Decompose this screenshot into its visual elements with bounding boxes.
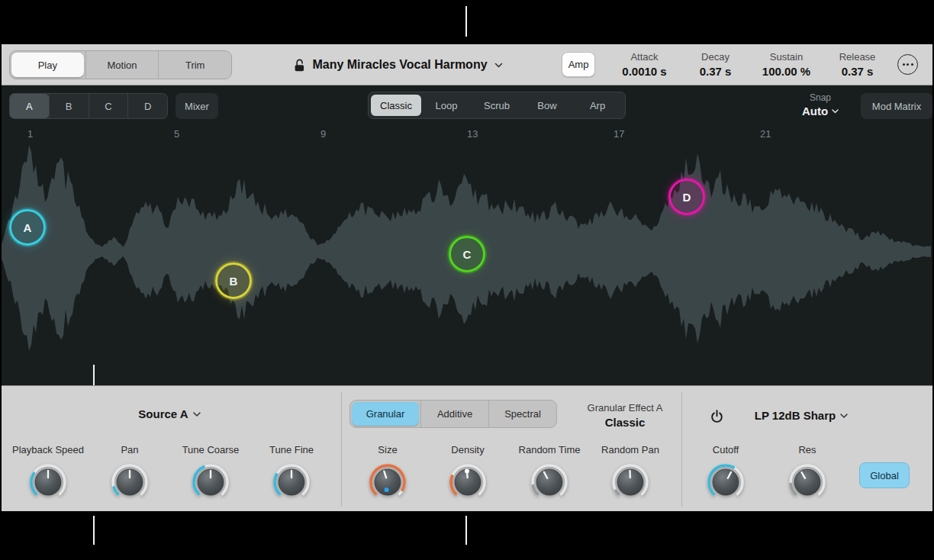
source-select-label: Source A <box>138 407 188 420</box>
snap-label: Snap <box>789 92 852 104</box>
mode-tab-arp[interactable]: Arp <box>572 95 623 116</box>
ruler-label-5: 5 <box>174 128 179 140</box>
chevron-down-icon <box>193 412 201 417</box>
synthesis-mode-tabs: Granular Additive Spectral <box>349 400 557 428</box>
callout-line-bottom-left <box>93 516 95 545</box>
release-value[interactable]: 0.37 s <box>822 63 893 79</box>
source-tabs: A B C D <box>9 93 168 119</box>
random-time-knob[interactable] <box>527 460 572 504</box>
mode-tab-classic[interactable]: Classic <box>371 95 421 116</box>
knob-label: Tune Coarse <box>169 444 253 458</box>
mixer-button[interactable]: Mixer <box>176 93 218 119</box>
envelope-params: Attack 0.0010 s Decay 0.37 s Sustain 100… <box>609 50 893 81</box>
sample-alchemy-window: Play Motion Trim Many Miracles Vocal Har… <box>0 0 934 560</box>
knob-random-pan: Random Pan <box>588 444 672 507</box>
divider <box>681 392 682 507</box>
source-tab-a[interactable]: A <box>10 94 49 118</box>
envelope-param-decay: Decay 0.37 s <box>680 50 751 81</box>
tune-fine-knob[interactable] <box>269 460 314 504</box>
global-button[interactable]: Global <box>859 462 910 488</box>
knob-pan: Pan <box>88 444 172 507</box>
knob-label: Random Pan <box>588 444 672 458</box>
ruler-label-21: 21 <box>760 128 771 140</box>
source-tab-c[interactable]: C <box>89 94 128 118</box>
filter-type-select[interactable]: LP 12dB Sharp <box>736 409 867 422</box>
knob-label: Res <box>765 444 849 458</box>
release-label: Release <box>822 50 893 63</box>
knob-density: Density <box>426 444 510 507</box>
knob-label: Pan <box>88 444 172 458</box>
snap-control[interactable]: Snap Auto <box>789 92 852 119</box>
lock-open-icon <box>294 59 305 72</box>
divider <box>341 392 342 507</box>
handle-d[interactable]: D <box>668 179 705 215</box>
playback-speed-knob[interactable] <box>26 460 70 504</box>
play-mode-tabs: Classic Loop Scrub Bow Arp <box>368 92 626 119</box>
pan-knob[interactable] <box>108 460 152 504</box>
handle-a[interactable]: A <box>9 209 46 246</box>
density-knob[interactable] <box>446 460 490 504</box>
synth-tab-additive[interactable]: Additive <box>420 401 488 427</box>
ruler-label-9: 9 <box>320 128 326 140</box>
mode-tab-bow[interactable]: Bow <box>522 95 572 116</box>
power-icon <box>710 409 724 423</box>
chevron-down-icon <box>840 414 848 418</box>
synth-tab-spectral[interactable]: Spectral <box>488 401 556 427</box>
chevron-down-icon <box>832 109 839 114</box>
waveform-display: A B C D Mixer Classic Loop Scrub Bow Arp… <box>2 85 932 385</box>
chevron-down-icon <box>494 63 503 68</box>
callout-line-bottom-center <box>465 516 467 545</box>
tab-trim[interactable]: Trim <box>158 51 231 79</box>
sustain-label: Sustain <box>751 50 822 63</box>
ruler-label-13: 13 <box>467 128 478 140</box>
knob-tune-fine: Tune Fine <box>250 444 333 507</box>
source-tab-d[interactable]: D <box>127 94 167 118</box>
mod-matrix-button[interactable]: Mod Matrix <box>861 93 932 119</box>
envelope-param-release: Release 0.37 s <box>822 50 893 81</box>
handle-c[interactable]: C <box>449 236 485 272</box>
knob-label: Density <box>426 444 510 458</box>
controls-panel: Source A Granular Additive Spectral Gran… <box>2 385 932 511</box>
source-tab-b[interactable]: B <box>49 94 89 118</box>
knob-label: Playback Speed <box>6 444 90 458</box>
preset-selector[interactable]: Many Miracles Vocal Harmony <box>284 44 513 85</box>
envelope-param-sustain: Sustain 100.00 % <box>751 50 822 81</box>
amp-button[interactable]: Amp <box>562 52 595 77</box>
envelope-param-attack: Attack 0.0010 s <box>609 50 680 81</box>
knob-size: Size <box>346 444 430 507</box>
knob-res: Res <box>765 444 849 507</box>
callout-line-left-inner <box>93 365 95 385</box>
effect-value[interactable]: Classic <box>569 414 681 430</box>
knob-label: Tune Fine <box>250 444 333 458</box>
res-knob[interactable] <box>785 460 829 504</box>
tab-play[interactable]: Play <box>11 53 84 77</box>
synth-tab-granular[interactable]: Granular <box>352 402 419 426</box>
knob-label: Size <box>346 444 430 458</box>
tune-coarse-knob[interactable] <box>188 460 233 504</box>
cutoff-knob[interactable] <box>704 460 748 504</box>
source-select[interactable]: Source A <box>101 407 238 420</box>
sustain-value[interactable]: 100.00 % <box>751 63 822 79</box>
random-pan-knob[interactable] <box>608 460 652 504</box>
filter-power-button[interactable] <box>708 407 725 424</box>
more-options-button[interactable] <box>897 54 918 75</box>
attack-label: Attack <box>609 50 680 63</box>
attack-value[interactable]: 0.0010 s <box>609 63 680 79</box>
mode-tab-scrub[interactable]: Scrub <box>472 95 522 116</box>
header-bar: Play Motion Trim Many Miracles Vocal Har… <box>2 44 932 85</box>
effect-title: Granular Effect A <box>569 401 681 414</box>
decay-label: Decay <box>680 50 751 63</box>
decay-value[interactable]: 0.37 s <box>680 63 751 79</box>
mode-tab-loop[interactable]: Loop <box>421 95 472 116</box>
snap-value: Auto <box>802 104 828 119</box>
tab-motion[interactable]: Motion <box>85 51 159 79</box>
size-knob[interactable] <box>366 460 410 504</box>
knob-playback-speed: Playback Speed <box>6 444 90 507</box>
knob-tune-coarse: Tune Coarse <box>169 444 253 507</box>
handle-b[interactable]: B <box>215 262 252 299</box>
callout-line-top <box>465 6 467 37</box>
knob-cutoff: Cutoff <box>684 444 768 507</box>
preset-name: Many Miracles Vocal Harmony <box>312 58 487 72</box>
ruler-label-1: 1 <box>27 128 33 140</box>
view-mode-tabs: Play Motion Trim <box>9 50 232 79</box>
